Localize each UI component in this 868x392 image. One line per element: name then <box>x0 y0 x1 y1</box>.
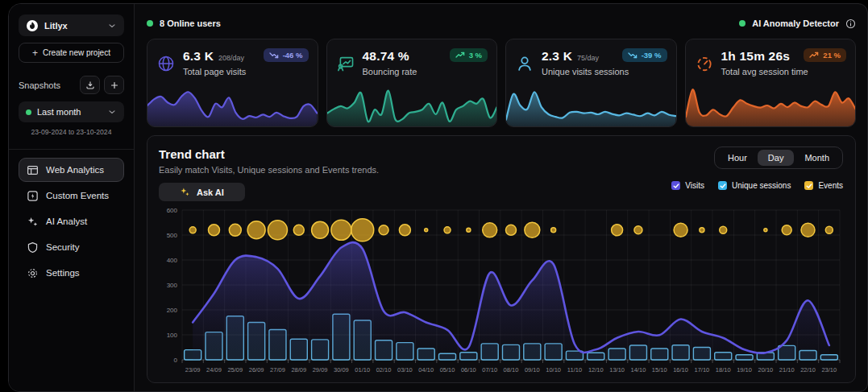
sidebar-divider <box>9 149 134 150</box>
create-project-button[interactable]: + Create new project <box>19 43 124 63</box>
snapshot-selector[interactable]: Last month <box>19 101 124 122</box>
trend-up-icon <box>809 52 819 59</box>
globe-icon <box>157 50 175 76</box>
svg-text:24/09: 24/09 <box>206 366 222 373</box>
sidebar-item-label: Custom Events <box>46 191 109 200</box>
stat-value: 6.3 K <box>183 49 214 64</box>
svg-text:29/09: 29/09 <box>313 366 328 373</box>
stat-badge-value: 21 % <box>823 51 841 60</box>
svg-text:300: 300 <box>167 282 178 289</box>
custom-events-icon <box>27 190 39 202</box>
legend-item-visits[interactable]: Visits <box>671 181 704 190</box>
trend-down-icon <box>269 52 279 59</box>
svg-text:30/09: 30/09 <box>334 366 349 373</box>
svg-text:28/09: 28/09 <box>291 366 306 373</box>
stat-sparkline <box>147 85 318 126</box>
stat-card-total-avg-session-time: 1h 15m 26sTotal avg session time21 % <box>685 39 857 127</box>
svg-text:25/09: 25/09 <box>227 366 243 373</box>
stat-label: Total page visits <box>183 67 246 76</box>
svg-text:19/10: 19/10 <box>737 366 752 373</box>
svg-text:400: 400 <box>167 257 178 264</box>
svg-text:600: 600 <box>167 207 178 214</box>
svg-text:23/09: 23/09 <box>185 366 201 373</box>
bounce-rate-icon <box>337 50 355 76</box>
sidebar-item-label: Security <box>46 242 80 252</box>
topbar: 8 Online users AI Anomaly Detector <box>147 14 856 33</box>
online-status-dot <box>147 20 153 27</box>
ai-anomaly-detector: AI Anomaly Detector <box>739 19 856 29</box>
sidebar-item-label: AI Analyst <box>46 217 87 226</box>
snapshot-date-range: 23-09-2024 to 23-10-2024 <box>19 128 124 136</box>
stat-card-unique-visits-sessions: 2.3 K75/dayUnique visits sessions-39 % <box>505 39 677 127</box>
svg-text:02/10: 02/10 <box>376 366 392 373</box>
stat-value: 2.3 K <box>542 49 572 64</box>
svg-text:10/10: 10/10 <box>546 366 561 373</box>
svg-text:500: 500 <box>167 232 178 239</box>
trend-up-icon <box>455 52 465 59</box>
stat-trend-badge: 21 % <box>804 48 846 62</box>
stat-cards: 6.3 K208/dayTotal page visits-46 %48.74 … <box>147 39 856 127</box>
svg-text:09/10: 09/10 <box>525 366 540 373</box>
ai-analyst-icon <box>27 216 39 228</box>
download-icon <box>85 80 95 90</box>
chevron-down-icon <box>107 21 117 31</box>
svg-text:200: 200 <box>167 307 178 314</box>
project-selector[interactable]: Litlyx <box>19 14 124 36</box>
sidebar: Litlyx + Create new project Snapshots <box>9 4 135 391</box>
sidebar-item-settings[interactable]: Settings <box>19 261 124 285</box>
legend-item-events[interactable]: Events <box>804 181 843 190</box>
user-icon <box>516 50 534 76</box>
stat-trend-badge: -39 % <box>622 48 667 62</box>
snapshot-status-dot <box>26 109 31 115</box>
granularity-month[interactable]: Month <box>794 150 840 166</box>
stat-badge-value: -46 % <box>283 51 303 60</box>
snapshot-add-button[interactable] <box>104 76 124 94</box>
stat-per-day: 75/day <box>577 54 599 62</box>
plus-icon: + <box>32 47 38 59</box>
trend-down-icon <box>628 52 638 59</box>
stat-label: Bouncing rate <box>363 67 417 76</box>
svg-text:17/10: 17/10 <box>695 366 710 373</box>
sidebar-item-custom-events[interactable]: Custom Events <box>19 184 124 208</box>
plus-icon <box>110 80 119 90</box>
online-users-label: 8 Online users <box>160 19 221 28</box>
svg-text:11/10: 11/10 <box>567 366 582 373</box>
legend-item-unique-sessions[interactable]: Unique sessions <box>718 181 791 190</box>
info-icon[interactable] <box>845 19 856 29</box>
ask-ai-label: Ask AI <box>197 188 224 197</box>
sidebar-item-ai-analyst[interactable]: AI Analyst <box>19 209 124 233</box>
svg-text:14/10: 14/10 <box>631 366 646 373</box>
unique-sessions-checkbox[interactable] <box>718 181 727 190</box>
timer-icon <box>696 50 713 76</box>
sidebar-item-web-analytics[interactable]: Web Analytics <box>19 158 124 182</box>
anomaly-detector-label: AI Anomaly Detector <box>752 19 839 28</box>
svg-text:18/10: 18/10 <box>716 366 731 373</box>
stat-badge-value: 3 % <box>469 51 482 60</box>
sidebar-item-security[interactable]: Security <box>19 235 124 259</box>
snapshots-label: Snapshots <box>19 80 60 90</box>
online-users: 8 Online users <box>147 19 221 28</box>
svg-text:26/09: 26/09 <box>249 366 264 373</box>
sidebar-item-label: Settings <box>46 268 80 278</box>
stat-trend-badge: 3 % <box>450 48 488 62</box>
svg-text:0: 0 <box>174 357 178 364</box>
ask-ai-button[interactable]: Ask AI <box>159 183 245 201</box>
trend-chart-area: 010020030040050060023/0924/0925/0926/092… <box>158 204 845 378</box>
granularity-hour[interactable]: Hour <box>717 150 758 166</box>
svg-text:08/10: 08/10 <box>504 366 519 373</box>
stat-label: Unique visits sessions <box>542 67 629 76</box>
snapshot-export-button[interactable] <box>80 76 100 94</box>
create-project-label: Create new project <box>43 48 110 57</box>
events-checkbox[interactable] <box>804 181 813 190</box>
stat-card-total-page-visits: 6.3 K208/dayTotal page visits-46 % <box>147 39 318 127</box>
sparkles-icon <box>180 187 190 197</box>
granularity-day[interactable]: Day <box>758 150 795 166</box>
anomaly-status-dot <box>739 20 745 27</box>
svg-text:27/09: 27/09 <box>270 366 285 373</box>
svg-text:12/10: 12/10 <box>588 366 604 373</box>
visits-checkbox[interactable] <box>671 181 680 190</box>
sidebar-nav: Web AnalyticsCustom EventsAI AnalystSecu… <box>19 158 124 287</box>
svg-text:15/10: 15/10 <box>652 366 667 373</box>
stat-value: 48.74 % <box>363 49 409 64</box>
trend-chart-panel: Trend chart Easily match Visits, Unique … <box>147 135 856 383</box>
